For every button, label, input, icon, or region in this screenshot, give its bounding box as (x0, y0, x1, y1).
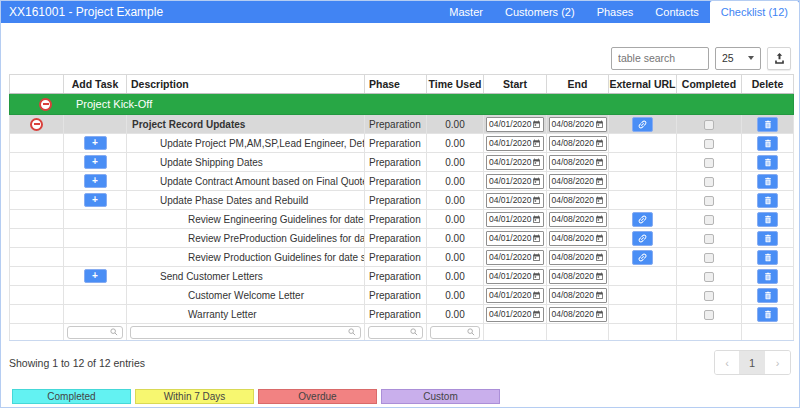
end-date-input[interactable]: 04/08/2020 (549, 231, 607, 246)
add-task-button[interactable]: + (84, 193, 107, 207)
tab-master[interactable]: Master (438, 1, 494, 23)
delete-button[interactable] (757, 174, 778, 189)
group-label: Project Kick-Off (76, 98, 152, 110)
end-date-input[interactable]: 04/08/2020 (549, 212, 607, 227)
start-date-input[interactable]: 04/01/2020 (486, 117, 544, 132)
add-task-button[interactable]: + (84, 269, 107, 283)
time-used-value: 0.00 (445, 252, 464, 263)
end-date-value: 04/08/2020 (552, 271, 595, 281)
end-date-input[interactable]: 04/08/2020 (549, 269, 607, 284)
completed-checkbox[interactable] (704, 310, 714, 320)
column-header-time-used[interactable]: Time Used (427, 75, 484, 94)
add-task-button[interactable]: + (84, 174, 107, 188)
completed-checkbox[interactable] (704, 234, 714, 244)
end-date-input[interactable]: 04/08/2020 (549, 250, 607, 265)
column-filter-add-task[interactable] (67, 326, 123, 339)
table-body: Project Kick-OffProject Record UpdatesPr… (10, 94, 794, 341)
start-date-input[interactable]: 04/01/2020 (486, 288, 544, 303)
delete-button[interactable] (757, 250, 778, 265)
column-header-external-url[interactable]: External URL (609, 75, 677, 94)
completed-checkbox[interactable] (704, 272, 714, 282)
tab-phases[interactable]: Phases (586, 1, 645, 23)
external-url-button[interactable] (632, 231, 653, 246)
next-page-button[interactable]: › (765, 351, 790, 374)
delete-button[interactable] (757, 288, 778, 303)
start-date-input[interactable]: 04/01/2020 (486, 193, 544, 208)
end-date-input[interactable]: 04/08/2020 (549, 307, 607, 322)
end-date-input[interactable]: 04/08/2020 (549, 117, 607, 132)
completed-checkbox[interactable] (704, 291, 714, 301)
add-task-button[interactable]: + (84, 136, 107, 150)
delete-button[interactable] (757, 193, 778, 208)
column-header-delete[interactable]: Delete (742, 75, 794, 94)
collapse-icon[interactable] (30, 118, 43, 131)
end-date-input[interactable]: 04/08/2020 (549, 155, 607, 170)
delete-button[interactable] (757, 269, 778, 284)
completed-checkbox[interactable] (704, 196, 714, 206)
column-header-add-task[interactable]: Add Task (64, 75, 127, 94)
tab-contacts[interactable]: Contacts (644, 1, 709, 23)
start-date-input[interactable]: 04/01/2020 (486, 269, 544, 284)
column-header-phase[interactable]: Phase (365, 75, 427, 94)
start-date-input[interactable]: 04/01/2020 (486, 174, 544, 189)
end-date-input[interactable]: 04/08/2020 (549, 174, 607, 189)
phase-value: Preparation (369, 309, 421, 320)
external-url-button[interactable] (632, 250, 653, 265)
search-icon (109, 327, 119, 337)
column-filter-description[interactable] (130, 326, 361, 339)
start-date-input[interactable]: 04/01/2020 (486, 136, 544, 151)
start-date-input[interactable]: 04/01/2020 (486, 212, 544, 227)
trash-icon (763, 138, 773, 149)
add-task-button[interactable]: + (84, 155, 107, 169)
column-header-description[interactable]: Description (127, 75, 365, 94)
legend-within-7-days: Within 7 Days (135, 389, 254, 404)
end-date-input[interactable]: 04/08/2020 (549, 288, 607, 303)
column-header-completed[interactable]: Completed (677, 75, 742, 94)
tab-customers-2[interactable]: Customers (2) (494, 1, 586, 23)
completed-checkbox[interactable] (704, 215, 714, 225)
task-row: Warranty LetterPreparation0.0004/01/2020… (10, 305, 794, 324)
delete-button[interactable] (757, 212, 778, 227)
delete-button[interactable] (757, 117, 778, 132)
start-date-value: 04/01/2020 (489, 157, 532, 167)
collapse-icon[interactable] (39, 98, 52, 111)
delete-button[interactable] (757, 155, 778, 170)
tab-bar: MasterCustomers (2)PhasesContactsCheckli… (438, 1, 799, 23)
completed-checkbox[interactable] (704, 120, 714, 130)
page-size-select[interactable]: 25 (715, 47, 761, 70)
export-button[interactable] (767, 47, 791, 70)
end-date-input[interactable]: 04/08/2020 (549, 193, 607, 208)
current-page-button[interactable]: 1 (740, 351, 765, 374)
column-header-end[interactable]: End (547, 75, 609, 94)
calendar-icon (532, 310, 541, 319)
completed-checkbox[interactable] (704, 158, 714, 168)
calendar-icon (532, 139, 541, 148)
column-header-start[interactable]: Start (484, 75, 547, 94)
tab-checklist-12[interactable]: Checklist (12) (710, 1, 799, 23)
start-date-value: 04/01/2020 (489, 233, 532, 243)
start-date-input[interactable]: 04/01/2020 (486, 307, 544, 322)
trash-icon (763, 214, 773, 225)
table-search-input[interactable] (611, 47, 709, 70)
calendar-icon (595, 120, 604, 129)
completed-checkbox[interactable] (704, 139, 714, 149)
column-filter-phase[interactable] (368, 326, 423, 339)
start-date-input[interactable]: 04/01/2020 (486, 231, 544, 246)
completed-checkbox[interactable] (704, 177, 714, 187)
calendar-icon (532, 272, 541, 281)
calendar-icon (595, 139, 604, 148)
delete-button[interactable] (757, 231, 778, 246)
external-url-button[interactable] (632, 212, 653, 227)
link-icon (635, 116, 651, 132)
end-date-input[interactable]: 04/08/2020 (549, 136, 607, 151)
calendar-icon (532, 253, 541, 262)
start-date-input[interactable]: 04/01/2020 (486, 250, 544, 265)
prev-page-button[interactable]: ‹ (715, 351, 740, 374)
external-url-button[interactable] (632, 117, 653, 132)
column-filter-time-used[interactable] (430, 326, 480, 339)
delete-button[interactable] (757, 136, 778, 151)
task-row: +Send Customer LettersPreparation0.0004/… (10, 267, 794, 286)
delete-button[interactable] (757, 307, 778, 322)
start-date-input[interactable]: 04/01/2020 (486, 155, 544, 170)
completed-checkbox[interactable] (704, 253, 714, 263)
